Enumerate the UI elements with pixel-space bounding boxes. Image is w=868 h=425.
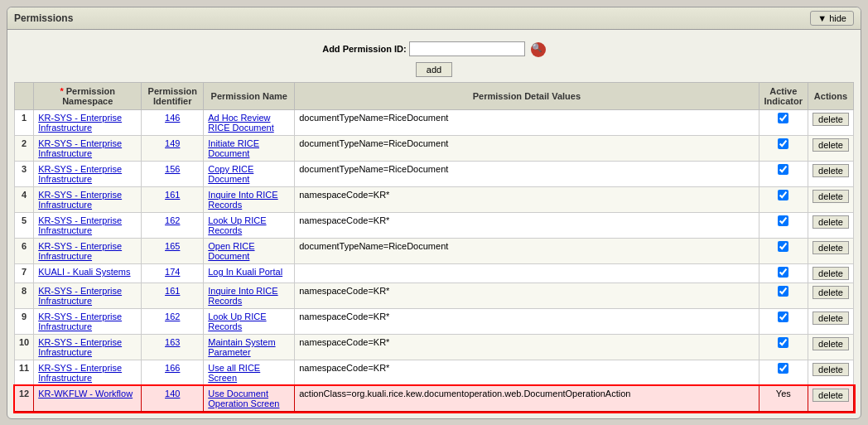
col-detail-values: Permission Detail Values (295, 83, 759, 110)
row-permission-name[interactable]: Open RICE Document (204, 239, 295, 264)
delete-button[interactable]: delete (813, 363, 849, 376)
row-namespace[interactable]: KR-SYS - Enterprise Infrastructure (34, 335, 142, 360)
row-identifier[interactable]: 140 (142, 386, 204, 412)
delete-button[interactable]: delete (813, 286, 849, 299)
row-namespace[interactable]: KR-SYS - Enterprise Infrastructure (34, 283, 142, 309)
table-row: 8KR-SYS - Enterprise Infrastructure161In… (15, 283, 854, 309)
row-active-indicator[interactable] (759, 239, 808, 264)
row-permission-name[interactable]: Maintain System Parameter (204, 335, 295, 360)
table-row: 2KR-SYS - Enterprise Infrastructure149In… (15, 136, 854, 162)
row-permission-name[interactable]: Look Up RICE Records (204, 213, 295, 239)
row-actions: delete (808, 283, 854, 309)
row-active-indicator[interactable] (759, 110, 808, 136)
row-active-indicator[interactable] (759, 187, 808, 213)
delete-button[interactable]: delete (813, 164, 849, 177)
row-identifier[interactable]: 174 (142, 264, 204, 283)
table-row: 12KR-WKFLW - Workflow140Use Document Ope… (15, 386, 854, 412)
row-active-indicator[interactable] (759, 162, 808, 187)
row-detail-values (295, 264, 759, 283)
active-checkbox[interactable] (778, 164, 788, 175)
row-permission-name[interactable]: Inquire Into RICE Records (204, 187, 295, 213)
active-checkbox[interactable] (778, 337, 788, 348)
row-permission-name[interactable]: Copy RICE Document (204, 162, 295, 187)
row-permission-name[interactable]: Look Up RICE Records (204, 309, 295, 335)
row-namespace[interactable]: KR-SYS - Enterprise Infrastructure (34, 239, 142, 264)
active-checkbox[interactable] (778, 267, 788, 278)
active-checkbox[interactable] (778, 138, 788, 149)
row-identifier[interactable]: 163 (142, 335, 204, 360)
delete-button[interactable]: delete (813, 190, 849, 203)
active-checkbox[interactable] (778, 286, 788, 297)
col-name: Permission Name (204, 83, 295, 110)
row-detail-values: namespaceCode=KR* (295, 360, 759, 386)
row-permission-name[interactable]: Inquire Into RICE Records (204, 283, 295, 309)
row-identifier[interactable]: 162 (142, 309, 204, 335)
panel-header: Permissions ▼ hide (7, 7, 861, 30)
row-active-indicator[interactable] (759, 264, 808, 283)
row-namespace[interactable]: KR-SYS - Enterprise Infrastructure (34, 360, 142, 386)
row-identifier[interactable]: 166 (142, 360, 204, 386)
active-checkbox[interactable] (778, 312, 788, 322)
row-identifier[interactable]: 149 (142, 136, 204, 162)
active-checkbox[interactable] (778, 241, 788, 252)
row-namespace[interactable]: KR-SYS - Enterprise Infrastructure (34, 110, 142, 136)
delete-button[interactable]: delete (813, 113, 849, 126)
row-namespace[interactable]: KR-SYS - Enterprise Infrastructure (34, 213, 142, 239)
row-active-indicator[interactable] (759, 136, 808, 162)
row-identifier[interactable]: 161 (142, 187, 204, 213)
active-checkbox[interactable] (778, 190, 788, 200)
col-identifier: PermissionIdentifier (142, 83, 204, 110)
row-namespace[interactable]: KUALI - Kuali Systems (34, 264, 142, 283)
add-button[interactable]: add (416, 62, 452, 77)
permissions-panel: Permissions ▼ hide Add Permission ID: ad… (7, 7, 861, 419)
row-active-indicator[interactable] (759, 309, 808, 335)
row-identifier[interactable]: 161 (142, 283, 204, 309)
row-permission-name[interactable]: Log In Kuali Portal (204, 264, 295, 283)
delete-button[interactable]: delete (813, 138, 849, 152)
row-permission-name[interactable]: Ad Hoc Review RICE Document (204, 110, 295, 136)
row-namespace[interactable]: KR-WKFLW - Workflow (34, 386, 142, 412)
row-detail-values: documentTypeName=RiceDocument (295, 110, 759, 136)
row-namespace[interactable]: KR-SYS - Enterprise Infrastructure (34, 162, 142, 187)
row-identifier[interactable]: 165 (142, 239, 204, 264)
row-identifier[interactable]: 146 (142, 110, 204, 136)
row-active-indicator[interactable] (759, 335, 808, 360)
row-active-indicator[interactable] (759, 213, 808, 239)
row-namespace[interactable]: KR-SYS - Enterprise Infrastructure (34, 136, 142, 162)
panel-title: Permissions (14, 12, 73, 24)
add-permission-input[interactable] (409, 41, 525, 56)
delete-button[interactable]: delete (813, 241, 849, 254)
row-num: 11 (15, 360, 34, 386)
row-actions: delete (808, 136, 854, 162)
row-num: 6 (15, 239, 34, 264)
row-detail-values: documentTypeName=RiceDocument (295, 136, 759, 162)
delete-button[interactable]: delete (813, 215, 849, 229)
row-permission-name[interactable]: Use all RICE Screen (204, 360, 295, 386)
row-identifier[interactable]: 162 (142, 213, 204, 239)
row-active-indicator[interactable] (759, 360, 808, 386)
table-row: 10KR-SYS - Enterprise Infrastructure163M… (15, 335, 854, 360)
row-detail-values: namespaceCode=KR* (295, 335, 759, 360)
row-active-indicator: Yes (759, 386, 808, 412)
active-checkbox[interactable] (778, 215, 788, 226)
row-actions: delete (808, 386, 854, 412)
active-checkbox[interactable] (778, 113, 788, 123)
row-namespace[interactable]: KR-SYS - Enterprise Infrastructure (34, 309, 142, 335)
delete-button[interactable]: delete (813, 312, 849, 325)
delete-button[interactable]: delete (813, 267, 849, 280)
table-row: 5KR-SYS - Enterprise Infrastructure162Lo… (15, 213, 854, 239)
row-permission-name[interactable]: Initiate RICE Document (204, 136, 295, 162)
row-permission-name[interactable]: Use Document Operation Screen (204, 386, 295, 412)
search-icon[interactable] (531, 42, 546, 57)
row-active-indicator[interactable] (759, 283, 808, 309)
row-num: 9 (15, 309, 34, 335)
active-checkbox[interactable] (778, 363, 788, 374)
hide-button[interactable]: ▼ hide (810, 11, 854, 26)
row-namespace[interactable]: KR-SYS - Enterprise Infrastructure (34, 187, 142, 213)
delete-button[interactable]: delete (813, 389, 849, 402)
col-active: ActiveIndicator (759, 83, 808, 110)
row-identifier[interactable]: 156 (142, 162, 204, 187)
row-detail-values: actionClass=org.kuali.rice.kew.documento… (295, 386, 759, 412)
add-permission-label: Add Permission ID: (322, 44, 406, 54)
delete-button[interactable]: delete (813, 337, 849, 350)
